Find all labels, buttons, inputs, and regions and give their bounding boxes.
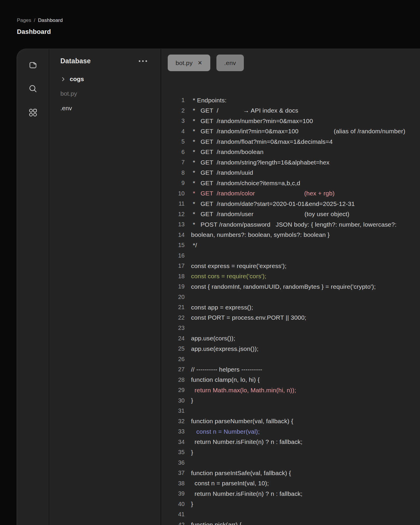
file-explorer-panel: Database cogs bot.py .env xyxy=(49,49,161,525)
code-line: 17const express = require('express'); xyxy=(161,261,420,271)
tree-item-label: cogs xyxy=(70,76,84,83)
code-text: * GET /random/user (toy user object) xyxy=(191,211,349,218)
code-line: 20 xyxy=(161,292,420,302)
code-line: 10 * GET /random/color (hex + rgb) xyxy=(161,188,420,199)
line-number: 15 xyxy=(161,242,185,249)
tab-env[interactable]: .env xyxy=(216,55,244,71)
code-text: return Number.isFinite(n) ? n : fallback… xyxy=(191,490,302,497)
line-number: 24 xyxy=(161,335,185,342)
line-number: 18 xyxy=(161,273,185,280)
line-number: 4 xyxy=(161,128,185,135)
code-line: 36 xyxy=(161,458,420,468)
code-line: 21const app = express(); xyxy=(161,302,420,313)
code-line: 22const PORT = process.env.PORT || 3000; xyxy=(161,313,420,323)
code-line: 41 xyxy=(161,509,420,520)
tree-item-cogs[interactable]: cogs xyxy=(60,72,160,86)
code-line: 31 xyxy=(161,406,420,416)
line-number: 10 xyxy=(161,190,185,197)
code-line: 40} xyxy=(161,499,420,510)
code-text: function parseIntSafe(val, fallback) { xyxy=(191,470,291,477)
line-number: 42 xyxy=(161,522,185,525)
line-number: 16 xyxy=(161,252,185,259)
code-line: 34 return Number.isFinite(n) ? n : fallb… xyxy=(161,437,420,447)
explorer-title: Database xyxy=(60,57,91,65)
line-number: 9 xyxy=(161,180,185,186)
line-number: 13 xyxy=(161,221,185,228)
line-number: 25 xyxy=(161,345,185,352)
code-text: * GET /random/string?length=16&alphabet=… xyxy=(191,159,330,166)
line-number: 21 xyxy=(161,304,185,311)
line-number: 28 xyxy=(161,377,185,383)
code-text: const n = Number(val); xyxy=(191,428,260,435)
line-number: 14 xyxy=(161,232,185,238)
code-line: 9 * GET /random/choice?items=a,b,c,d xyxy=(161,178,420,188)
code-text: return Number.isFinite(n) ? n : fallback… xyxy=(191,438,302,445)
code-line: 19const { randomInt, randomUUID, randomB… xyxy=(161,281,420,292)
code-text: * GET /random/date?start=2020-01-01&end=… xyxy=(191,200,355,207)
code-line: 4 * GET /random/int?min=0&max=100 (alias… xyxy=(161,126,420,137)
code-line: 1 * Endpoints: xyxy=(161,95,420,106)
activity-rail xyxy=(17,49,49,525)
search-icon[interactable] xyxy=(28,83,38,94)
code-area[interactable]: 1 * Endpoints:2 * GET / → API index & do… xyxy=(161,71,420,525)
code-line: 42function pick(arr) { xyxy=(161,520,420,525)
line-number: 1 xyxy=(161,97,185,104)
breadcrumb-root[interactable]: Pages xyxy=(17,18,31,23)
workspace-panel: Database cogs bot.py .env xyxy=(17,49,420,525)
grid-icon[interactable] xyxy=(28,107,38,118)
tree-item-label: bot.py xyxy=(60,90,77,97)
code-line: 8 * GET /random/uuid xyxy=(161,168,420,178)
line-number: 29 xyxy=(161,387,185,393)
code-line: 26 xyxy=(161,354,420,365)
code-text: return Math.max(lo, Math.min(hi, n)); xyxy=(191,387,296,394)
code-line: 11 * GET /random/date?start=2020-01-01&e… xyxy=(161,199,420,209)
line-number: 22 xyxy=(161,314,185,321)
code-text: const app = express(); xyxy=(191,304,253,311)
code-lines: 1 * Endpoints:2 * GET / → API index & do… xyxy=(161,95,420,525)
chevron-right-icon[interactable] xyxy=(60,76,66,82)
code-line: 29 return Math.max(lo, Math.min(hi, n)); xyxy=(161,385,420,396)
tab-bot-py[interactable]: bot.py ✕ xyxy=(168,55,210,71)
code-text: const n = parseInt(val, 10); xyxy=(191,480,269,487)
line-number: 8 xyxy=(161,169,185,176)
page-title: Dashboard xyxy=(17,28,51,36)
code-line: 6 * GET /random/boolean xyxy=(161,147,420,158)
code-line: 12 * GET /random/user (toy user object) xyxy=(161,209,420,220)
code-text: app.use(express.json()); xyxy=(191,345,258,352)
line-number: 38 xyxy=(161,480,185,487)
code-text: boolean, numbers?: boolean, symbols?: bo… xyxy=(191,231,330,238)
tree-item-bot-py[interactable]: bot.py xyxy=(60,86,160,101)
line-number: 19 xyxy=(161,283,185,290)
explorer-items: cogs bot.py .env xyxy=(60,72,160,116)
code-text: * GET /random/color (hex + rgb) xyxy=(191,190,335,197)
line-number: 2 xyxy=(161,107,185,114)
line-number: 34 xyxy=(161,439,185,445)
line-number: 17 xyxy=(161,262,185,269)
tree-item-env[interactable]: .env xyxy=(60,101,160,116)
line-number: 30 xyxy=(161,397,185,404)
line-number: 23 xyxy=(161,325,185,331)
code-line: 38 const n = parseInt(val, 10); xyxy=(161,478,420,489)
code-text: function parseNumber(val, fallback) { xyxy=(191,418,293,425)
code-text: function pick(arr) { xyxy=(191,521,242,525)
line-number: 6 xyxy=(161,149,185,155)
code-text: * GET /random/uuid xyxy=(191,169,253,176)
code-text: * GET /random/int?min=0&max=100 (alias o… xyxy=(191,128,405,135)
breadcrumb-separator: / xyxy=(34,18,35,23)
files-icon[interactable] xyxy=(28,60,38,70)
close-icon[interactable]: ✕ xyxy=(197,60,202,66)
line-number: 11 xyxy=(161,200,185,207)
code-line: 18const cors = require('cors'); xyxy=(161,271,420,282)
line-number: 40 xyxy=(161,501,185,508)
code-text: } xyxy=(191,501,193,508)
code-text: const express = require('express'); xyxy=(191,262,286,270)
line-number: 31 xyxy=(161,407,185,414)
code-line: 33 const n = Number(val); xyxy=(161,426,420,437)
line-number: 5 xyxy=(161,138,185,145)
breadcrumb-current[interactable]: Dashboard xyxy=(38,18,63,23)
code-line: 2 * GET / → API index & docs xyxy=(161,106,420,116)
ellipsis-icon[interactable] xyxy=(138,58,148,64)
code-line: 27// ---------- helpers ---------- xyxy=(161,364,420,375)
code-text: * GET /random/boolean xyxy=(191,148,264,155)
code-text: * GET /random/number?min=0&max=100 xyxy=(191,118,313,125)
